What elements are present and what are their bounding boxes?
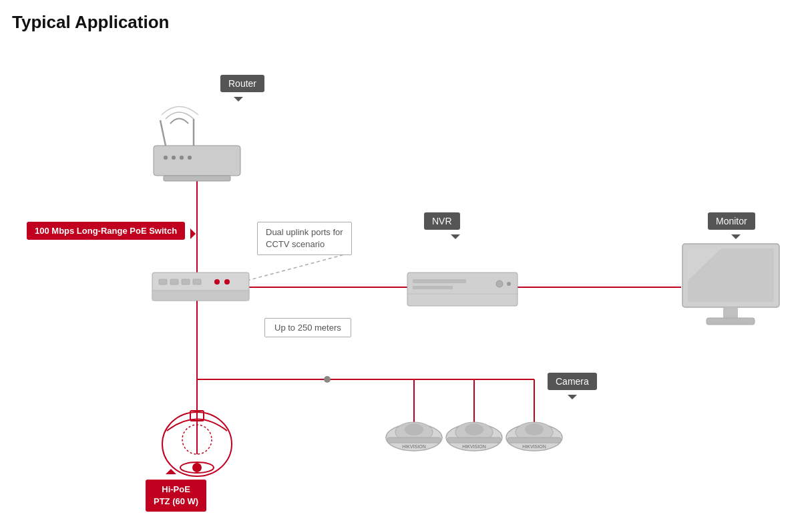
svg-point-14 xyxy=(164,156,168,160)
router-icon xyxy=(154,107,240,182)
svg-text:HIKVISION: HIKVISION xyxy=(402,444,425,449)
monitor-label: Monitor xyxy=(708,212,755,230)
svg-rect-57 xyxy=(508,437,561,443)
switch-icon xyxy=(152,273,249,301)
nvr-label: NVR xyxy=(424,212,460,230)
hipoe-ptz-label: Hi-PoE PTZ (60 W) xyxy=(146,480,206,512)
svg-point-56 xyxy=(525,423,544,435)
svg-rect-21 xyxy=(170,279,178,285)
svg-text:HIKVISION: HIKVISION xyxy=(522,444,546,449)
poe-switch-label: 100 Mbps Long-Range PoE Switch xyxy=(27,222,185,240)
svg-point-32 xyxy=(496,281,503,287)
svg-rect-37 xyxy=(723,307,738,319)
dome-camera-1-icon: HIKVISION xyxy=(386,422,442,451)
nvr-icon xyxy=(407,273,518,306)
svg-rect-38 xyxy=(706,318,755,325)
distance-label: Up to 250 meters xyxy=(264,318,351,337)
svg-point-46 xyxy=(405,423,423,435)
dome-camera-2-icon: HIKVISION xyxy=(446,422,502,451)
svg-rect-11 xyxy=(154,146,240,176)
svg-rect-47 xyxy=(387,437,441,443)
router-label: Router xyxy=(220,75,264,92)
svg-point-25 xyxy=(224,279,230,285)
monitor-icon xyxy=(682,244,779,325)
svg-rect-18 xyxy=(164,176,230,181)
svg-line-10 xyxy=(247,254,347,281)
svg-rect-27 xyxy=(152,291,249,301)
svg-rect-30 xyxy=(413,279,466,283)
svg-point-51 xyxy=(465,423,483,435)
svg-rect-31 xyxy=(413,286,453,289)
svg-point-5 xyxy=(324,376,331,383)
svg-line-12 xyxy=(160,120,166,146)
svg-point-42 xyxy=(192,463,202,472)
svg-rect-22 xyxy=(182,279,190,285)
svg-rect-52 xyxy=(447,437,501,443)
dome-camera-3-icon: HIKVISION xyxy=(506,422,562,451)
svg-text:HIKVISION: HIKVISION xyxy=(462,444,485,449)
svg-rect-20 xyxy=(159,279,167,285)
svg-point-16 xyxy=(180,156,184,160)
dual-uplink-label: Dual uplink ports for CCTV scenario xyxy=(257,222,352,255)
svg-rect-23 xyxy=(193,279,201,285)
svg-point-33 xyxy=(507,282,511,286)
svg-point-24 xyxy=(214,279,220,285)
svg-point-17 xyxy=(188,156,192,160)
svg-point-15 xyxy=(172,156,176,160)
camera-label: Camera xyxy=(548,373,597,390)
